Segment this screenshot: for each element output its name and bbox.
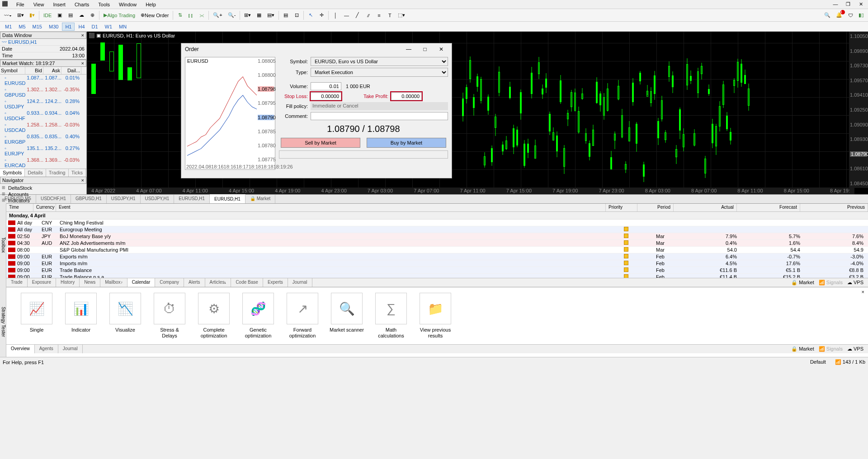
tester-market-link[interactable]: 🔒 Market [791,346,814,352]
crosshair-icon[interactable]: ✛ [316,10,326,20]
status-profile[interactable]: Default [810,359,826,365]
tester-tab-journal[interactable]: Journal [58,345,83,353]
sell-by-market-button[interactable]: Sell by Market [281,138,360,148]
tf-h4[interactable]: H4 [75,23,88,31]
calendar-row[interactable]: All dayCNYChing Ming Festival [6,220,868,226]
toolbox-side-label[interactable]: Toolbox [0,203,6,287]
search-icon[interactable]: 🔍 [822,10,833,20]
order-volume-input[interactable] [311,82,341,90]
market-watch-close-icon[interactable]: × [81,61,84,66]
toolbox-tab[interactable]: Experts [263,278,288,287]
zoom-in-icon[interactable]: 🔍+ [211,10,224,20]
toolbox-tab[interactable]: Trade [6,278,28,287]
toolbox-tab[interactable]: Exposure [28,278,56,287]
window-minimize-icon[interactable]: — [830,1,841,7]
toolbox-tab[interactable]: Alerts [184,278,205,287]
toolbox-tab[interactable]: Calendar [127,278,156,287]
battery-icon[interactable]: ▮▯ [856,10,866,20]
hline-icon[interactable]: — [341,10,351,20]
tf-d1[interactable]: D1 [89,23,101,31]
order-comment-input[interactable] [311,112,448,120]
calendar-row[interactable]: 08:00S&P Global Manufacturing PMIMar54.0… [6,247,868,253]
calendar-row[interactable]: 04:30AUDANZ Job Advertisements m/mMar0.4… [6,240,868,247]
tester-card[interactable]: 🧬Genetic optimization [241,293,276,339]
oneclick-icon[interactable]: ⊡ [292,10,302,20]
menu-file[interactable]: File [12,1,29,8]
calendar-row[interactable]: 09:00EURTrade BalanceFeb€11.6 B€5.1 B€8.… [6,267,868,274]
notification-icon[interactable]: 🔔1 [834,10,844,20]
toolbox-tab[interactable]: Journal [288,278,312,287]
tester-card[interactable]: 🔍Market scanner [329,293,364,339]
toolbox-tab[interactable]: History [56,278,80,287]
tester-tab-overview[interactable]: Overview [6,345,35,353]
menu-charts[interactable]: Charts [70,1,94,8]
tf-m5[interactable]: M5 [15,23,28,31]
mw-tab-symbols[interactable]: Symbols [0,169,25,177]
chart-line-icon[interactable]: 〰▾ [2,10,14,20]
chart-candle-icon[interactable]: ⊞▾ [15,10,26,20]
toolbox-tab[interactable]: Company [155,278,184,287]
tester-card[interactable]: 📊Indicator [63,293,99,339]
calendar-row[interactable]: 02:50JPYBoJ Monetary Base y/yMar7.9%5.7%… [6,233,868,240]
toolbox-signals-link[interactable]: 📶 Signals [819,280,843,286]
chart-tab[interactable]: USDJPY,H1 [141,195,175,203]
tick-icon[interactable]: ⩙ [197,10,207,20]
terminal-icon[interactable]: ▣ [55,10,65,20]
menu-help[interactable]: Help [141,1,160,8]
dialog-minimize-icon[interactable]: — [402,46,415,52]
toolbox-market-link[interactable]: 🔒 Market [791,280,814,286]
tester-card[interactable]: 📈Single [19,293,54,339]
chart-tab[interactable]: EURUSD,H1 [210,194,245,203]
mw-row[interactable]: ◦ EURJPY135.1...135.2...0.27% [0,145,86,157]
window-restore-icon[interactable]: ❐ [843,1,854,7]
mw-row[interactable]: ◦ USDCHF0.933...0.934...0.04% [0,110,86,122]
menu-insert[interactable]: Insert [48,1,70,8]
layout2-icon[interactable]: ▤▾ [265,10,277,20]
tester-vps-link[interactable]: ☁ VPS [847,346,863,352]
shield-icon[interactable]: 🛡 [845,10,855,20]
tester-signals-link[interactable]: 📶 Signals [819,346,843,352]
tf-mn[interactable]: MN [116,23,130,31]
buy-by-market-button[interactable]: Buy by Market [367,138,446,148]
nav-node[interactable]: Indicators [2,197,85,204]
chart-tab[interactable]: USDJPY,H1 [107,195,141,203]
mw-row[interactable]: ◦ EURCAD1.368...1.369...-0.03% [0,157,86,169]
objects-icon[interactable]: ⬚▾ [396,10,407,20]
tester-card[interactable]: ⚙Complete optimization [196,293,231,339]
tf-m1[interactable]: M1 [2,23,15,31]
navigator-close-icon[interactable]: × [81,178,84,183]
chart-bar-icon[interactable]: ▮▾ [27,10,37,20]
mw-tab-details[interactable]: Details [25,169,46,177]
chart-tab[interactable]: EURUSD,H1 [174,195,210,203]
toolbox-tab[interactable]: Code Base [231,278,263,287]
text-icon[interactable]: T [385,10,395,20]
tf-w1[interactable]: W1 [102,23,116,31]
chart-tab-market[interactable]: 🔒 Market [245,195,275,203]
calendar-row[interactable]: All dayEUREurogroup Meeting [6,226,868,233]
toolbox-vps-link[interactable]: ☁ VPS [847,280,863,286]
cursor-icon[interactable]: ↖ [306,10,316,20]
toolbox-tab[interactable]: Mailbox₇ [100,278,127,287]
tester-card[interactable]: ⏱Stress & Delays [152,293,187,339]
menu-view[interactable]: View [29,1,49,8]
nav-node[interactable]: DeltaStock [2,185,85,191]
library-icon[interactable]: ▤ [66,10,75,20]
fibo-icon[interactable]: ≡ [374,10,384,20]
new-order-button[interactable]: ⊕ New Order [138,10,171,20]
tf-m30[interactable]: M30 [46,23,61,31]
layout1-icon[interactable]: ▦ [254,10,264,20]
order-symbol-select[interactable]: EURUSD, Euro vs US Dollar [311,57,448,66]
calendar-row[interactable]: 09:00EURImports m/mFeb4.5%17.6%-4.0% [6,260,868,267]
tester-tab-agents[interactable]: Agents [35,345,58,353]
tester-side-label[interactable]: Strategy Tester [0,287,6,357]
tf-h1[interactable]: H1 [62,23,75,31]
menu-tools[interactable]: Tools [94,1,114,8]
window-close-icon[interactable]: ✕ [855,1,866,7]
mw-row[interactable]: ◦ EURGBP0.835...0.835...0.40% [0,133,86,145]
dialog-maximize-icon[interactable]: □ [418,46,432,52]
order-stoploss-input[interactable] [311,92,341,100]
vline-icon[interactable]: │ [330,10,340,20]
mw-tab-ticks[interactable]: Ticks [69,169,86,177]
tf-m15[interactable]: M15 [29,23,45,31]
tester-card[interactable]: ∑Math calculations [373,293,409,339]
